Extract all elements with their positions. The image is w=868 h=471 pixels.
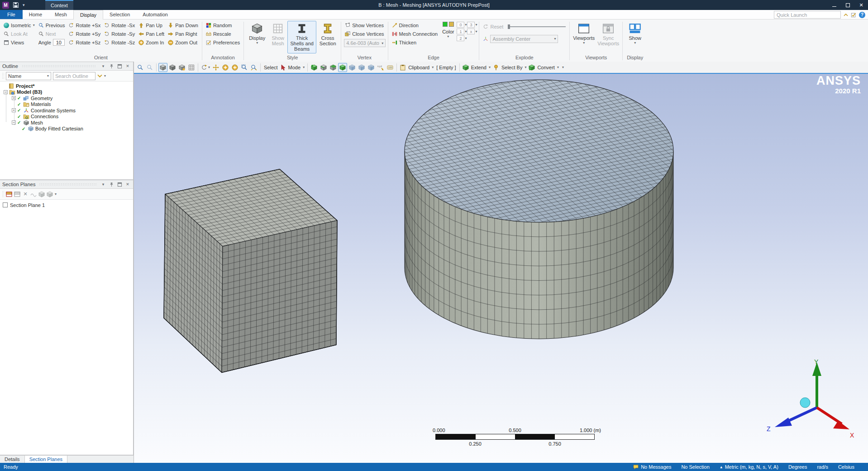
shaded-exterior-edges-button[interactable] bbox=[158, 63, 167, 72]
zoom-tool-button[interactable] bbox=[221, 63, 230, 72]
expand-search-chevron-icon[interactable] bbox=[97, 74, 102, 77]
show-mesh-button[interactable]: Show Mesh bbox=[268, 21, 287, 53]
capped-view-alt-icon[interactable] bbox=[47, 191, 53, 197]
shaded-exterior-button[interactable] bbox=[168, 63, 177, 72]
toolbar-grip[interactable] bbox=[2, 191, 4, 198]
pan-left-button[interactable]: Pan Left bbox=[137, 29, 166, 38]
pin-icon[interactable] bbox=[108, 181, 114, 187]
status-units[interactable]: ▲ Metric (m, kg, N, s, V, A) bbox=[720, 464, 778, 470]
select-by-button[interactable]: Select By▾ bbox=[492, 63, 527, 72]
pin-icon[interactable] bbox=[108, 63, 114, 69]
pan-up-button[interactable]: Pan Up bbox=[137, 21, 166, 29]
show-whole-elements-icon[interactable] bbox=[30, 191, 37, 197]
rotate-plus-sy-button[interactable]: Rotate +Sy bbox=[67, 29, 102, 38]
status-angle-unit[interactable]: Degrees bbox=[788, 464, 807, 470]
zoom-to-fit-button[interactable] bbox=[249, 63, 258, 72]
section-plane-row[interactable]: Section Plane 1 bbox=[3, 202, 130, 208]
qat-customize-chevron-icon[interactable]: ▾ bbox=[23, 3, 25, 7]
show-button[interactable]: Show▾ bbox=[625, 21, 645, 53]
convert-button[interactable]: Convert▾ bbox=[528, 63, 560, 72]
pan-down-button[interactable]: Pan Down bbox=[166, 21, 200, 29]
pan-right-button[interactable]: Pan Right bbox=[166, 29, 200, 38]
next-view-button[interactable]: Next bbox=[37, 29, 67, 38]
rotate-minus-sy-button[interactable]: Rotate -Sy bbox=[102, 29, 137, 38]
maximize-button[interactable] bbox=[841, 0, 854, 10]
rotate-tool-button[interactable]: ▾ bbox=[200, 63, 211, 72]
edge-option-2[interactable]: 2 bbox=[457, 35, 464, 41]
panel-drag-texture[interactable] bbox=[39, 183, 96, 186]
explode-slider[interactable] bbox=[508, 26, 566, 27]
previous-view-button[interactable]: Previous bbox=[37, 21, 67, 29]
rotate-minus-sx-button[interactable]: Rotate -Sx bbox=[102, 21, 137, 29]
more-options-chevron-icon[interactable]: ▾ bbox=[104, 74, 106, 78]
outline-filter-select[interactable]: Name▾ bbox=[6, 72, 51, 80]
edge-option-1[interactable]: 1 bbox=[457, 29, 464, 34]
help-icon[interactable]: ? bbox=[859, 12, 865, 18]
tab-mesh[interactable]: Mesh bbox=[48, 10, 73, 19]
tree-item-geometry[interactable]: + ✓ Geometry bbox=[2, 95, 133, 101]
rotate-minus-sz-button[interactable]: Rotate -Sz bbox=[102, 38, 137, 47]
edge-option-x[interactable]: x bbox=[467, 29, 475, 34]
close-vertices-button[interactable]: Close Vertices bbox=[343, 29, 386, 38]
thick-shells-and-beams-button[interactable]: Thick Shells and Beams bbox=[287, 21, 316, 53]
capped-view-icon[interactable] bbox=[38, 191, 45, 197]
search-outline-input[interactable] bbox=[53, 72, 95, 80]
coordinates-xyz-button[interactable]: x,y,z bbox=[376, 63, 385, 72]
select-mesh-nodes-button[interactable] bbox=[348, 63, 357, 72]
extend-button[interactable]: Extend▾ bbox=[462, 63, 491, 72]
quick-launch-input[interactable] bbox=[774, 11, 841, 19]
edge-direction-button[interactable]: Direction bbox=[390, 21, 440, 29]
float-panel-icon[interactable] bbox=[116, 181, 123, 187]
previous-view-button[interactable] bbox=[136, 63, 145, 72]
wireframe-button[interactable] bbox=[177, 63, 186, 72]
tab-display[interactable]: Display bbox=[73, 10, 103, 19]
edge-filter-button[interactable] bbox=[319, 63, 328, 72]
explode-reset-button[interactable]: Reset bbox=[481, 22, 568, 31]
edge-option-0[interactable]: 0 bbox=[457, 22, 464, 28]
angle-input[interactable] bbox=[53, 39, 65, 46]
explode-slider-knob[interactable] bbox=[508, 24, 510, 29]
tab-file[interactable]: File bbox=[0, 10, 23, 19]
status-angular-velocity-unit[interactable]: rad/s bbox=[817, 464, 828, 470]
toolbar-overflow-chevron-icon[interactable]: ▾ bbox=[562, 65, 564, 69]
edge-color-button[interactable]: Color bbox=[442, 29, 454, 34]
panel-menu-chevron-icon[interactable]: ▾ bbox=[100, 63, 106, 69]
orientation-triad[interactable]: Y Z X bbox=[760, 357, 855, 447]
viewports-button[interactable]: Viewports▾ bbox=[572, 21, 596, 53]
tree-item-body-fitted-cartesian[interactable]: ✓ Body Fitted Cartesian bbox=[2, 126, 133, 132]
collapse-ribbon-chevron-icon[interactable] bbox=[844, 14, 848, 16]
float-panel-icon[interactable] bbox=[116, 63, 123, 69]
sync-viewports-button[interactable]: Sync Viewports bbox=[596, 21, 620, 53]
views-button[interactable]: Views bbox=[2, 38, 37, 47]
show-mesh-button[interactable] bbox=[187, 63, 196, 72]
thicken-button[interactable]: Thicken bbox=[390, 38, 440, 47]
edge-option-3[interactable]: 3 bbox=[467, 22, 475, 28]
display-style-button[interactable]: Display▾ bbox=[246, 21, 268, 53]
tab-selection[interactable]: Selection bbox=[103, 10, 136, 19]
zoom-out-button[interactable]: Zoom Out bbox=[166, 38, 200, 47]
tab-automation[interactable]: Automation bbox=[136, 10, 174, 19]
panel-menu-chevron-icon[interactable]: ▾ bbox=[100, 181, 106, 187]
minimize-button[interactable] bbox=[827, 0, 841, 10]
status-selection[interactable]: No Selection bbox=[681, 464, 709, 470]
select-mesh-faces-button[interactable] bbox=[367, 63, 376, 72]
save-icon[interactable] bbox=[13, 2, 19, 8]
tree-item-model[interactable]: − Model (B3) bbox=[2, 89, 133, 96]
graphics-viewport[interactable]: ANSYS 2020 R1 0.000 0.500 1.000 (m) 0.25… bbox=[134, 74, 868, 463]
show-vertices-button[interactable]: Show Vertices bbox=[343, 21, 386, 29]
tree-item-project[interactable]: Project* bbox=[2, 83, 133, 89]
section-planes-panel-header[interactable]: Section Planes ▾ ✕ bbox=[0, 180, 133, 189]
select-mesh-elements-button[interactable] bbox=[357, 63, 366, 72]
zoom-in-tool-button[interactable] bbox=[230, 63, 239, 72]
mesh-3d-scene[interactable] bbox=[134, 74, 868, 463]
new-section-plane-icon[interactable] bbox=[6, 191, 12, 197]
close-panel-icon[interactable]: ✕ bbox=[124, 63, 131, 69]
rotate-plus-sx-button[interactable]: Rotate +Sx bbox=[67, 21, 102, 29]
toolbar-grip[interactable] bbox=[2, 72, 4, 80]
zoom-in-button[interactable]: Zoom In bbox=[137, 38, 166, 47]
outline-panel-header[interactable]: Outline ▾ ✕ bbox=[0, 62, 133, 71]
tree-item-coordinate-systems[interactable]: + ✓ Coordinate Systems bbox=[2, 107, 133, 114]
tree-item-materials[interactable]: ✓ Materials bbox=[2, 101, 133, 108]
cross-section-button[interactable]: Cross Section bbox=[316, 21, 339, 53]
status-messages[interactable]: No Messages bbox=[633, 464, 671, 470]
